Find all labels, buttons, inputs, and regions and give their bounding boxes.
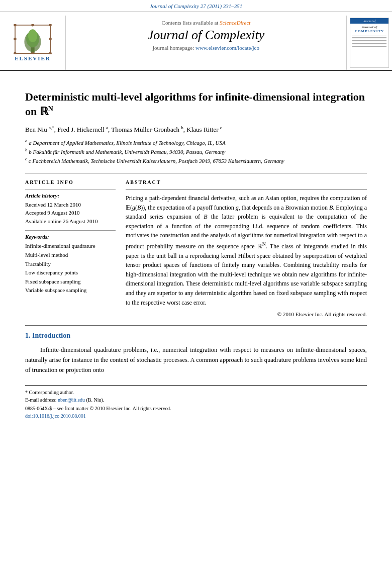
article-info-label: ARTICLE INFO: [25, 179, 116, 185]
svg-point-12: [49, 38, 52, 41]
affiliation-b: b b Fakultät für Informatik und Mathemat…: [25, 147, 367, 156]
copyright-line: © 2010 Elsevier Inc. All rights reserved…: [126, 311, 367, 317]
svg-point-11: [14, 38, 17, 41]
keyword-4: Low discrepancy points: [25, 268, 116, 277]
issn-line: 0885-064X/$ – see front matter © 2010 El…: [25, 406, 367, 411]
abstract-divider: [126, 189, 367, 189]
keyword-6: Variable subspace sampling: [25, 286, 116, 295]
keyword-2: Multi-level method: [25, 251, 116, 260]
svg-point-3: [28, 29, 37, 42]
svg-point-6: [49, 24, 52, 27]
svg-point-9: [31, 24, 34, 27]
email-link[interactable]: nben@iit.edu: [58, 397, 85, 403]
email-note: E-mail address: nben@iit.edu (B. Niu).: [25, 396, 367, 404]
affiliation-a: a a Department of Applied Mathematics, I…: [25, 138, 367, 147]
homepage-line: journal homepage: www.elsevier.com/locat…: [66, 45, 346, 51]
journal-ref-text: Journal of Complexity 27 (2011) 331–351: [150, 3, 243, 9]
cover-title: Journal of COMPLEXITY: [353, 24, 386, 35]
journal-title: Journal of Complexity: [66, 28, 346, 43]
corresponding-author-note: * Corresponding author.: [25, 389, 367, 396]
journal-title-area: Contents lists available at ScienceDirec…: [65, 16, 347, 70]
keywords-block: Keywords: Infinite-dimensional quadratur…: [25, 230, 116, 295]
abstract-column: ABSTRACT Pricing a path-dependent financ…: [126, 179, 367, 317]
svg-point-8: [49, 52, 52, 54]
abstract-label: ABSTRACT: [126, 179, 367, 185]
section-title: 1. Introduction: [25, 332, 367, 340]
sciencedirect-line: Contents lists available at ScienceDirec…: [66, 20, 346, 26]
journal-cover: Journal of Journal of COMPLEXITY: [350, 18, 389, 68]
homepage-link[interactable]: www.elsevier.com/locate/jco: [195, 45, 259, 51]
doi-link[interactable]: doi:10.1016/j.jco.2010.08.001: [25, 413, 86, 419]
history-subtitle: Article history:: [25, 193, 116, 199]
keywords-subtitle: Keywords:: [25, 234, 116, 240]
svg-point-7: [14, 52, 17, 54]
introduction-paragraph: Infinite-dimensional quadrature problems…: [25, 345, 367, 375]
article-title: Deterministic multi-level algorithms for…: [25, 90, 367, 119]
elsevier-tree-icon: [13, 24, 53, 54]
cover-header: Journal of: [350, 18, 388, 24]
affiliation-c: c c Fachbereich Mathematik, Technische U…: [25, 156, 367, 165]
accepted-line: Accepted 9 August 2010: [25, 209, 116, 217]
article-history-block: Article history: Received 12 March 2010 …: [25, 189, 116, 226]
elsevier-logo: ELSEVIER: [13, 24, 53, 61]
article-body: Deterministic multi-level algorithms for…: [0, 71, 392, 375]
keyword-3: Tractability: [25, 260, 116, 269]
title-superscript-N: N: [48, 105, 53, 113]
abstract-text: Pricing a path-dependent financial deriv…: [126, 194, 367, 307]
introduction-section: 1. Introduction Infinite-dimensional qua…: [25, 325, 367, 375]
page-footer: * Corresponding author. E-mail address: …: [25, 385, 367, 419]
doi-line: doi:10.1016/j.jco.2010.08.001: [25, 413, 367, 419]
journal-cover-area: Journal of Journal of COMPLEXITY: [347, 16, 392, 70]
keyword-5: Fixed subspace sampling: [25, 277, 116, 287]
elsevier-logo-area: ELSEVIER: [0, 16, 65, 70]
received-line: Received 12 March 2010: [25, 201, 116, 209]
sciencedirect-link[interactable]: ScienceDirect: [220, 20, 250, 26]
header-divider: [25, 173, 367, 173]
journal-reference: Journal of Complexity 27 (2011) 331–351: [0, 0, 392, 12]
svg-point-5: [14, 24, 17, 27]
available-line: Available online 26 August 2010: [25, 217, 116, 226]
elsevier-brand-text: ELSEVIER: [15, 55, 51, 61]
keyword-1: Infinite-dimensional quadrature: [25, 242, 116, 251]
cover-decoration: [350, 35, 388, 67]
authors-line: Ben Niu a,*, Fred J. Hickernell a, Thoma…: [25, 125, 367, 134]
affiliations: a a Department of Applied Mathematics, I…: [25, 138, 367, 165]
journal-header: ELSEVIER Contents lists available at Sci…: [0, 12, 392, 71]
info-abstract-section: ARTICLE INFO Article history: Received 1…: [25, 179, 367, 317]
article-info-column: ARTICLE INFO Article history: Received 1…: [25, 179, 116, 317]
